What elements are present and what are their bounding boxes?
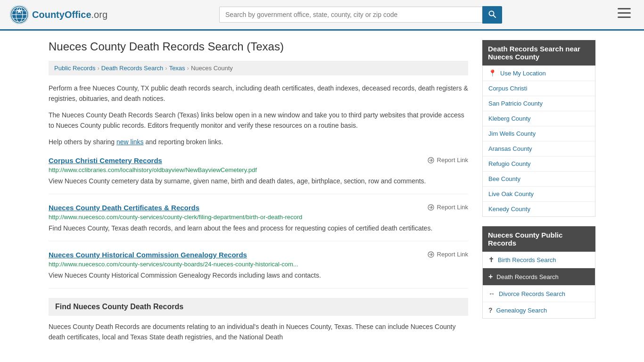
nearby-kleberg[interactable]: Kleberg County [483,111,595,126]
nearby-aransas[interactable]: Aransas County [483,141,595,156]
report-label-2: Report Link [437,204,468,211]
new-links-link[interactable]: new links [116,138,144,146]
content: Nueces County Death Records Search (Texa… [49,40,468,343]
nearby-bee[interactable]: Bee County [483,172,595,187]
svg-rect-12 [618,16,631,18]
result-url-2: http://www.nuecesco.com/county-services/… [49,214,468,221]
nearby-kenedy[interactable]: Kenedy County [483,202,595,216]
main-container: Nueces County Death Records Search (Texa… [39,40,605,343]
breadcrumb-texas[interactable]: Texas [169,65,185,72]
breadcrumb-sep-2: › [165,65,167,72]
pr-genealogy-link[interactable]: ? Genealogy Search [483,302,595,318]
pr-genealogy[interactable]: ? Genealogy Search [483,302,595,318]
result-title-row-3: Nueces County Historical Commission Gene… [49,251,468,259]
report-label-1: Report Link [437,156,468,164]
result-url-3: http://www.nuecesco.com/county-services/… [49,261,468,268]
result-title-1[interactable]: Corpus Christi Cemetery Records [49,156,162,165]
result-title-row-1: Corpus Christi Cemetery Records Report L… [49,156,468,165]
result-url-1: http://www.cclibraries.com/localhistory/… [49,166,468,173]
nearby-label-8: Live Oak County [488,190,534,197]
search-area [219,6,502,24]
search-icon [488,10,496,18]
use-location-item[interactable]: 📍 Use My Location [483,66,595,81]
svg-line-9 [494,15,496,17]
breadcrumb-public-records[interactable]: Public Records [54,65,95,72]
nearby-bee-link[interactable]: Bee County [483,172,595,186]
report-label-3: Report Link [437,251,468,258]
nearby-kleberg-link[interactable]: Kleberg County [483,111,595,126]
search-button[interactable] [482,6,502,24]
result-desc-3: View Nueces County Historical Commission… [49,271,468,280]
desc-para-3: Help others by sharing new links and rep… [49,137,468,147]
result-desc-1: View Nueces County cemetery data by surn… [49,176,468,186]
pr-death[interactable]: + Death Records Search [483,268,595,286]
svg-rect-11 [618,12,631,14]
public-records-section: Nueces County Public Records ✝ Birth Rec… [482,226,595,319]
result-item-3: Nueces County Historical Commission Gene… [49,251,468,288]
location-icon: 📍 [488,69,496,77]
logo-icon [9,5,29,25]
pr-divorce-link[interactable]: ↔ Divorce Records Search [483,286,595,302]
nearby-label-7: Bee County [488,175,520,182]
nearby-jim-wells-link[interactable]: Jim Wells County [483,126,595,141]
nearby-section: Death Records Search near Nueces County … [482,40,595,217]
nearby-refugio-link[interactable]: Refugio County [483,156,595,171]
genealogy-icon: ? [488,306,493,314]
find-section: Find Nueces County Death Records Nueces … [49,298,468,343]
nearby-refugio[interactable]: Refugio County [483,156,595,172]
death-icon: + [488,272,493,281]
result-item-1: Corpus Christi Cemetery Records Report L… [49,156,468,194]
nearby-san-patricio[interactable]: San Patricio County [483,96,595,111]
menu-button[interactable] [614,6,635,23]
nearby-label-4: Jim Wells County [488,130,536,137]
pr-death-link[interactable]: + Death Records Search [483,268,595,285]
report-link-2[interactable]: Report Link [427,204,468,211]
report-link-1[interactable]: Report Link [427,156,468,164]
result-desc-2: Find Nueces County, Texas death records,… [49,223,468,233]
use-location-label: Use My Location [500,70,546,77]
pr-divorce[interactable]: ↔ Divorce Records Search [483,286,595,302]
nearby-corpus-christi[interactable]: Corpus Christi [483,81,595,96]
nearby-header: Death Records Search near Nueces County [482,40,595,66]
result-title-3[interactable]: Nueces County Historical Commission Gene… [49,251,247,259]
divorce-icon: ↔ [488,290,495,297]
nearby-aransas-link[interactable]: Aransas County [483,141,595,156]
breadcrumb-sep-3: › [187,65,189,72]
result-title-2[interactable]: Nueces County Death Certificates & Recor… [49,204,199,212]
pr-birth[interactable]: ✝ Birth Records Search [483,252,595,268]
report-icon-3 [427,251,435,258]
pr-divorce-label: Divorce Records Search [499,290,565,297]
desc-para-1: Perform a free Nueces County, TX public … [49,83,468,104]
public-records-header: Nueces County Public Records [482,226,595,252]
result-item-2: Nueces County Death Certificates & Recor… [49,204,468,241]
page-title: Nueces County Death Records Search (Texa… [49,40,468,53]
nearby-label-9: Kenedy County [488,206,530,213]
report-icon-1 [427,156,435,164]
nearby-label-2: San Patricio County [488,100,543,107]
nearby-san-patricio-link[interactable]: San Patricio County [483,96,595,111]
nearby-corpus-christi-link[interactable]: Corpus Christi [483,81,595,96]
use-location-link[interactable]: 📍 Use My Location [483,66,595,81]
find-section-desc: Nueces County Death Records are document… [49,321,468,343]
nearby-label-3: Kleberg County [488,115,531,122]
breadcrumb-sep-1: › [97,65,99,72]
logo-text: CountyOffice.org [32,9,107,20]
nearby-live-oak-link[interactable]: Live Oak County [483,187,595,201]
report-link-3[interactable]: Report Link [427,251,468,258]
nearby-label-1: Corpus Christi [488,85,527,92]
nearby-kenedy-link[interactable]: Kenedy County [483,202,595,216]
birth-icon: ✝ [488,256,494,263]
breadcrumb-death-records[interactable]: Death Records Search [101,65,164,72]
pr-birth-link[interactable]: ✝ Birth Records Search [483,252,595,268]
result-title-row-2: Nueces County Death Certificates & Recor… [49,204,468,212]
pr-birth-label: Birth Records Search [498,256,556,263]
desc3-suffix: and reporting broken links. [144,138,223,146]
nearby-list: 📍 Use My Location Corpus Christi San Pat… [482,66,595,217]
pr-death-label: Death Records Search [496,273,559,280]
desc-para-2: The Nueces County Death Records Search (… [49,110,468,131]
nearby-live-oak[interactable]: Live Oak County [483,187,595,202]
pr-genealogy-label: Genealogy Search [496,307,547,314]
desc3-prefix: Help others by sharing [49,138,116,146]
nearby-jim-wells[interactable]: Jim Wells County [483,126,595,141]
search-input[interactable] [219,7,482,23]
